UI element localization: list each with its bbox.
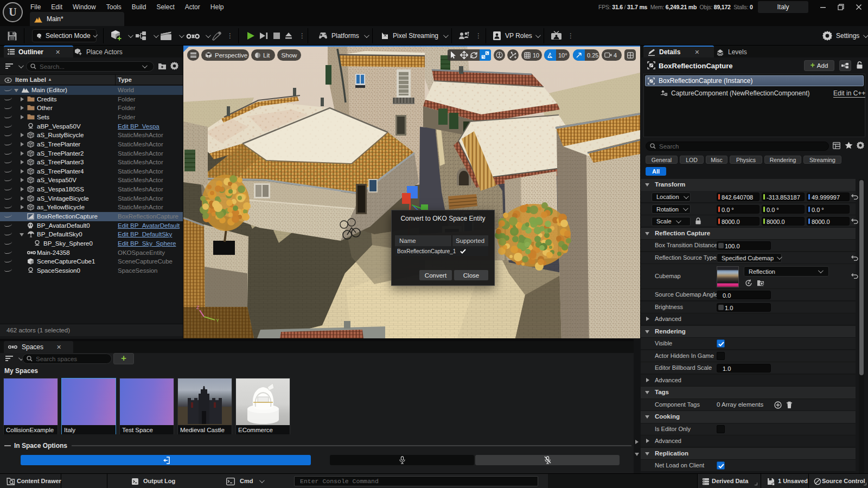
svg-text:Y: Y [216,318,219,323]
svg-text:Z: Z [196,305,200,310]
